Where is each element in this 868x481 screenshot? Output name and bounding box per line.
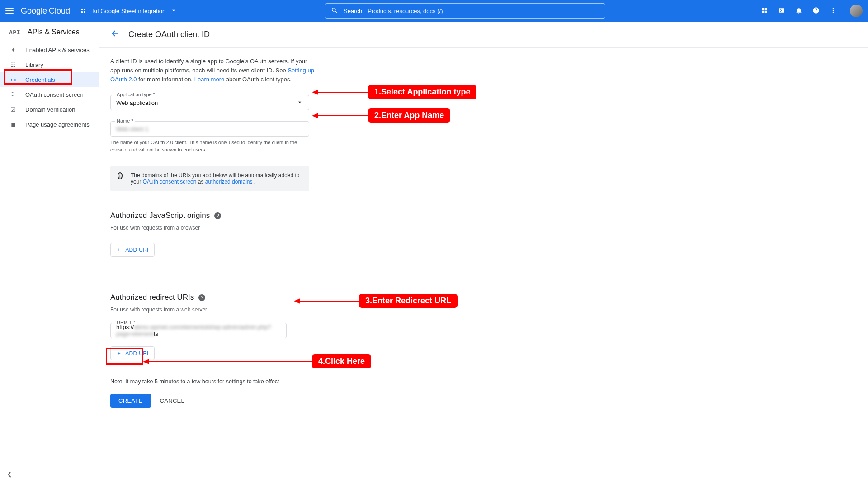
chevron-down-icon (296, 99, 303, 107)
google-cloud-logo[interactable]: Google Cloud (21, 6, 70, 16)
help-icon[interactable] (812, 7, 820, 15)
sidebar-item-oauth-consent[interactable]: ⠿ OAuth consent screen (0, 87, 99, 102)
main-content: Create OAuth client ID A client ID is us… (99, 22, 868, 481)
application-type-select[interactable]: Web application (110, 95, 309, 110)
uri1-suffix: ts (154, 330, 158, 337)
action-row: CREATE CANCEL (110, 394, 405, 408)
search-placeholder: Products, resources, docs (/) (368, 8, 443, 14)
uri1-input[interactable]: https://demo.wpmet.com/elementskit/wp-ad… (110, 323, 287, 338)
application-type-field: Application type * Web application (110, 95, 309, 110)
redirect-uris-heading: Authorized redirect URIs ? (110, 293, 405, 302)
link-learn-more[interactable]: Learn more (194, 76, 224, 83)
name-help-text: The name of your OAuth 2.0 client. This … (110, 139, 309, 153)
global-header: Google Cloud Ekit Google Sheet integrati… (0, 0, 868, 22)
sidebar-item-label: Library (25, 61, 43, 68)
gift-icon[interactable] (760, 7, 769, 15)
project-icon (81, 9, 85, 13)
plus-icon: ＋ (116, 349, 122, 357)
info-banner: i The domains of the URIs you add below … (110, 166, 309, 191)
redirect-uris-sub: For use with requests from a web server (110, 307, 405, 313)
info-icon: i (118, 172, 123, 179)
search-icon (331, 7, 338, 15)
chevron-down-icon (170, 7, 177, 15)
enabled-apis-icon: ✦ (9, 47, 17, 53)
help-icon[interactable]: ? (214, 212, 221, 219)
sidebar-title-label: APIs & Services (28, 28, 80, 36)
page-title: Create OAuth client ID (128, 30, 210, 39)
sidebar-item-library[interactable]: ☷ Library (0, 57, 99, 72)
link-authorized-domains[interactable]: authorized domains (205, 179, 253, 185)
header-icon-tray (760, 5, 863, 17)
name-value: Web client 1 (116, 126, 148, 132)
library-icon: ☷ (9, 61, 17, 68)
sidebar-item-label: Credentials (25, 76, 55, 83)
search-label: Search (344, 8, 362, 14)
js-origins-sub: For use with requests from a browser (110, 225, 405, 231)
intro-text: A client ID is used to identify a single… (110, 57, 318, 84)
sidebar: API APIs & Services ✦ Enabled APIs & ser… (0, 22, 99, 481)
uri1-field: URIs 1 * https://demo.wpmet.com/elements… (110, 323, 309, 338)
create-button[interactable]: CREATE (110, 394, 151, 408)
name-field: Name * Web client 1 (110, 121, 309, 137)
cloud-shell-icon[interactable] (778, 7, 786, 15)
domain-verification-icon: ☑ (9, 106, 17, 113)
js-origins-heading: Authorized JavaScript origins ? (110, 211, 405, 220)
sidebar-item-credentials[interactable]: ⊶ Credentials (0, 72, 99, 87)
add-uri-button-js[interactable]: ＋ ADD URI (110, 243, 155, 257)
hamburger-icon[interactable] (5, 7, 14, 15)
account-avatar[interactable] (850, 5, 863, 17)
more-vert-icon[interactable] (829, 7, 837, 15)
add-uri-label: ADD URI (125, 350, 148, 357)
help-icon[interactable]: ? (198, 294, 205, 301)
project-picker[interactable]: Ekit Google Sheet integration (81, 7, 177, 15)
add-uri-button-redirect[interactable]: ＋ ADD URI (110, 346, 155, 360)
sidebar-item-label: Enabled APIs & services (25, 47, 90, 53)
application-type-value: Web application (116, 99, 158, 106)
logo-word-google: Google (21, 6, 47, 16)
name-label: Name * (115, 118, 135, 123)
note-text: Note: It may take 5 minutes to a few hou… (110, 378, 405, 385)
logo-word-cloud: Cloud (49, 6, 70, 16)
add-uri-label: ADD URI (125, 247, 148, 253)
sidebar-item-domain-verification[interactable]: ☑ Domain verification (0, 102, 99, 117)
plus-icon: ＋ (116, 246, 122, 254)
name-input[interactable]: Web client 1 (110, 121, 309, 137)
application-type-label: Application type * (115, 92, 157, 97)
credentials-icon: ⊶ (9, 76, 17, 83)
back-arrow-icon[interactable] (110, 29, 119, 40)
page-header: Create OAuth client ID (99, 22, 868, 48)
search-bar[interactable]: Search Products, resources, docs (/) (325, 3, 605, 19)
page-usage-icon: ≣ (9, 121, 17, 128)
uri1-blurred: demo.wpmet.com/elementskit/wp-admin/admi… (116, 324, 271, 337)
sidebar-item-label: Domain verification (25, 106, 75, 113)
notifications-icon[interactable] (795, 7, 803, 15)
sidebar-item-label: Page usage agreements (25, 121, 90, 128)
link-oauth-consent[interactable]: OAuth consent screen (143, 179, 197, 185)
oauth-consent-icon: ⠿ (9, 91, 17, 98)
cancel-button[interactable]: CANCEL (160, 397, 185, 404)
sidebar-item-label: OAuth consent screen (25, 91, 84, 98)
uri1-label: URIs 1 * (115, 320, 137, 325)
sidebar-title[interactable]: API APIs & Services (0, 22, 99, 42)
project-name: Ekit Google Sheet integration (89, 8, 165, 14)
sidebar-item-enabled-apis[interactable]: ✦ Enabled APIs & services (0, 42, 99, 57)
sidebar-collapse-icon[interactable]: ❮ (7, 471, 12, 477)
api-mark-icon: API (9, 29, 20, 36)
sidebar-item-page-usage[interactable]: ≣ Page usage agreements (0, 117, 99, 132)
